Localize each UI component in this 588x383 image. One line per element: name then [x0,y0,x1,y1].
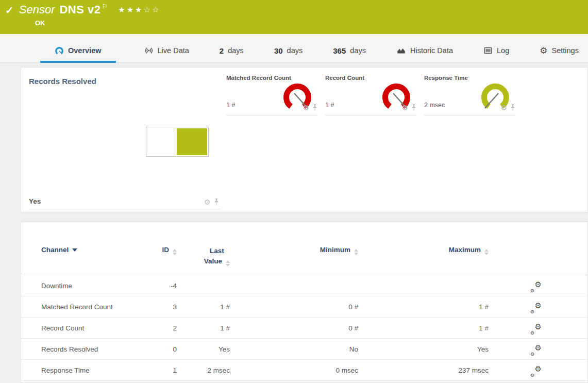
tab-2-days[interactable]: 2 days [217,39,246,62]
column-header-label: Value [204,257,222,265]
column-header-label: Channel [41,246,69,254]
sensor-header: ✓ Sensor DNS v2 ⚐ ★★★☆☆ OK [0,0,588,34]
tab-live-data[interactable]: Live Data [142,39,191,62]
cell-channel: Records Resolved [41,339,98,360]
cell-id: 3 [119,296,177,318]
tab-label: Historic Data [410,46,453,55]
pin-icon[interactable] [214,198,219,206]
sorted-desc-caret-icon [72,248,77,252]
gauge-value: 1 # [325,102,334,109]
channel-table-panel: Channel ID Last Value Minimum Maximum Do… [21,222,588,383]
cell-id: 1 [119,360,177,381]
gauge-response-time: Response Time 2 msec ⚙ [424,75,515,115]
cell-maximum: 237 msec [409,360,489,381]
cell-minimum: 0 # [279,296,358,318]
gear-icon: ⚙ [540,46,547,55]
pin-icon[interactable] [411,104,416,111]
cell-maximum: 1 # [409,318,489,339]
object-type-label: Sensor [19,3,55,16]
tab-number: 2 [220,46,224,55]
tab-label: Live Data [158,46,189,55]
status-ok-check-icon: ✓ [5,4,14,16]
tab-settings[interactable]: ⚙ Settings [537,39,581,62]
cell-last-value: 2 msec [176,360,230,381]
pin-icon[interactable] [510,104,515,111]
cell-minimum: 0 msec [279,360,358,381]
table-row-record-count: Record Count 2 1 # 0 # 1 # ⚙⚙ [21,318,587,339]
sort-arrows-icon [484,249,489,255]
log-list-icon [483,46,493,55]
cell-id: -4 [119,275,177,296]
gauge-icon [55,46,64,55]
cell-id: 0 [119,339,177,360]
column-header-label: Last [210,247,224,255]
priority-stars[interactable]: ★★★☆☆ [118,5,160,14]
gauge-settings-gear-icon[interactable]: ⚙ [500,104,507,111]
column-header-maximum[interactable]: Maximum [409,246,489,255]
table-row-matched-record-count: Matched Record Count 3 1 # 0 # 1 # ⚙⚙ [21,296,587,318]
divider [29,196,220,209]
tab-bar: Overview Live Data 2 days 30 days 365 da… [0,34,588,62]
gauge-settings-gear-icon[interactable]: ⚙ [303,104,309,111]
cell-channel: Response Time [41,360,90,381]
cell-minimum: 0 # [279,318,358,339]
tab-historic-data[interactable]: Historic Data [394,39,455,62]
sort-arrows-icon [354,249,358,255]
tab-label: Log [497,46,509,55]
sensor-status-text: OK [35,19,45,27]
tab-label: days [228,46,244,55]
column-header-channel[interactable]: Channel [41,246,77,254]
gauge-matched-record-count: Matched Record Count 1 # ⚙ [226,75,317,115]
cell-id: 2 [119,318,177,339]
tab-number: 365 [333,46,346,55]
gauge-title: Matched Record Count [226,75,317,81]
column-header-minimum[interactable]: Minimum [279,246,358,255]
sensor-name: DNS v2 [59,3,100,16]
table-row-response-time: Response Time 1 2 msec 0 msec 237 msec ⚙… [21,360,587,381]
channel-settings-gears-icon[interactable]: ⚙⚙ [530,322,542,335]
records-resolved-indicator [146,127,209,157]
cell-channel: Matched Record Count [41,296,113,318]
gauge-settings-gear-icon[interactable]: ⚙ [204,198,211,206]
broadcast-icon [144,46,154,55]
tab-overview[interactable]: Overview [40,39,116,62]
channel-settings-gears-icon[interactable]: ⚙⚙ [530,301,542,313]
tab-30-days[interactable]: 30 days [272,39,305,62]
column-header-last-value[interactable]: Last Value [176,246,230,267]
tab-365-days[interactable]: 365 days [331,39,368,62]
cell-last-value: 1 # [176,296,230,318]
flag-icon[interactable]: ⚐ [102,3,108,10]
column-header-label: Minimum [320,246,350,254]
tab-label: Settings [552,46,579,55]
active-tab-underline [40,61,116,63]
cell-channel: Downtime [41,275,72,296]
channel-settings-gears-icon[interactable]: ⚙⚙ [530,343,542,356]
cell-last-value: 1 # [176,318,230,339]
column-header-label: Maximum [449,246,481,254]
gauge-record-count: Record Count 1 # ⚙ [325,75,416,115]
cell-minimum: No [279,339,358,360]
pin-icon[interactable] [312,104,317,111]
indicator-fill [177,128,207,155]
primary-channel-title: Records Resolved [29,77,96,86]
column-header-id[interactable]: ID [119,246,177,255]
cell-channel: Record Count [41,318,84,339]
sort-arrows-icon [226,260,230,267]
tab-label: days [350,46,366,55]
cell-maximum: Yes [409,339,489,360]
tab-number: 30 [274,46,283,55]
gauge-value: 2 msec [424,102,445,109]
table-header-row: Channel ID Last Value Minimum Maximum [21,222,587,275]
gauge-title: Record Count [325,75,416,81]
cell-maximum: 1 # [409,296,489,318]
tab-label: Overview [68,46,102,55]
gauge-value: 1 # [226,102,235,109]
table-row-records-resolved: Records Resolved 0 Yes No Yes ⚙⚙ [21,339,587,360]
gauge-settings-gear-icon[interactable]: ⚙ [401,104,408,111]
channel-settings-gears-icon[interactable]: ⚙⚙ [530,364,542,377]
area-chart-icon [396,46,406,55]
table-body: Downtime -4 ⚙⚙ Matched Record Count 3 1 … [21,275,587,381]
channel-settings-gears-icon[interactable]: ⚙⚙ [530,280,542,292]
tab-log[interactable]: Log [481,39,511,62]
tab-label: days [287,46,303,55]
